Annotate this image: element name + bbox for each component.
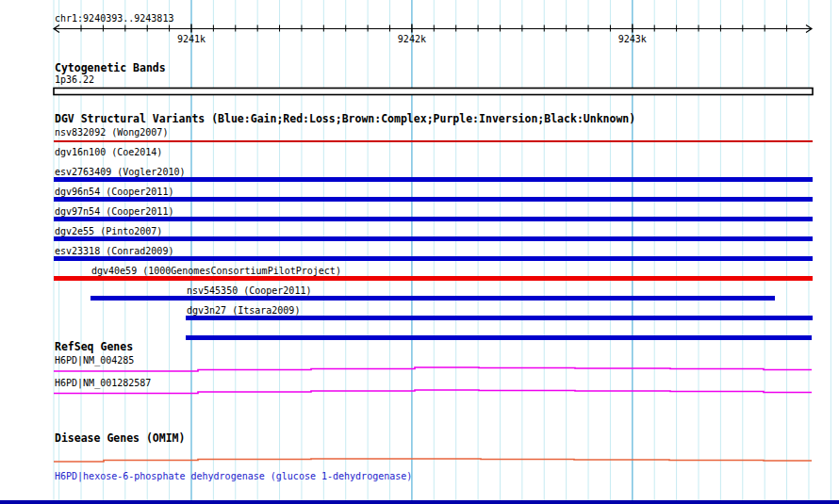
- variant-span-line[interactable]: [54, 140, 813, 142]
- refseq-genes-header: RefSeq Genes: [55, 341, 133, 353]
- omim-gene-label[interactable]: H6PD|hexose-6-phosphate dehydrogenase (g…: [55, 471, 412, 482]
- variant-label[interactable]: dgv16n100 (Coe2014): [55, 147, 162, 158]
- region-title: chr1:9240393..9243813: [55, 13, 173, 24]
- variant-label[interactable]: dgv3n27 (Itsara2009): [187, 305, 300, 317]
- ruler-tick-label: 9243k: [616, 34, 650, 45]
- omim-genes-header: Disease Genes (OMIM): [55, 432, 185, 445]
- variant-label[interactable]: dgv96n54 (Cooper2011): [55, 187, 173, 198]
- variant-label[interactable]: esv23318 (Conrad2009): [55, 246, 173, 257]
- variant-bar[interactable]: [186, 335, 812, 340]
- variant-label[interactable]: dgv97n54 (Cooper2011): [55, 206, 173, 218]
- variant-label[interactable]: dgv40e59 (1000GenomesConsortiumPilotProj…: [91, 266, 341, 277]
- ruler-tick-label: 9241k: [174, 34, 208, 45]
- cytogenetic-bands-header: Cytogenetic Bands: [55, 62, 166, 74]
- refseq-gene-line[interactable]: [54, 367, 812, 371]
- variant-bar[interactable]: [54, 236, 813, 241]
- omim-gene-line[interactable]: [54, 459, 812, 462]
- dgv-variants-header: DGV Structural Variants (Blue:Gain;Red:L…: [55, 113, 635, 125]
- refseq-gene-label[interactable]: H6PD|NM_004285: [55, 355, 134, 366]
- bottom-border-bar: [0, 500, 839, 504]
- cytoband-label: 1p36.22: [55, 74, 94, 86]
- refseq-gene-line[interactable]: [54, 390, 812, 394]
- variant-label[interactable]: nsv832092 (Wong2007): [55, 127, 168, 138]
- variant-label[interactable]: nsv545350 (Cooper2011): [187, 285, 311, 297]
- ruler-tick-label: 9242k: [395, 34, 429, 45]
- cytoband-box[interactable]: [54, 89, 813, 95]
- genome-browser-view: chr1:9240393..9243813 Cytogenetic Bands …: [0, 0, 839, 504]
- variant-label[interactable]: esv2763409 (Vogler2010): [55, 167, 185, 178]
- variant-label[interactable]: dgv2e55 (Pinto2007): [55, 226, 162, 237]
- refseq-gene-label[interactable]: H6PD|NM_001282587: [55, 378, 151, 389]
